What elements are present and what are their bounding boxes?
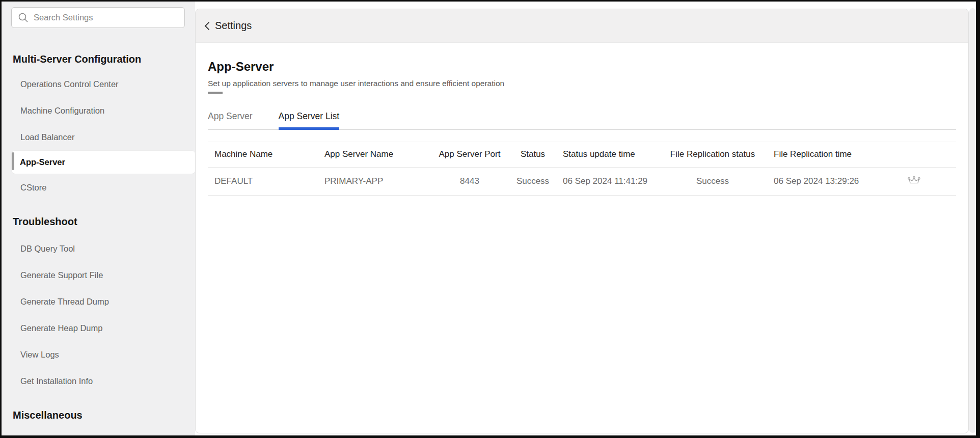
column-header-file-replication-time[interactable]: File Replication time	[767, 142, 872, 167]
tab-app-server-list[interactable]: App Server List	[279, 111, 340, 129]
column-header-status[interactable]: Status	[509, 142, 556, 167]
card-body: App-Server Set up application servers to…	[196, 43, 968, 433]
sidebar-item-label: Operations Control Center	[20, 79, 119, 89]
main-area: Settings App-Server Set up application s…	[195, 2, 976, 435]
sidebar-item-cstore[interactable]: CStore	[2, 174, 195, 201]
back-button-label: Settings	[215, 20, 252, 32]
cell-app-server-name: PRIMARY-APP	[318, 167, 430, 195]
app-window: Multi-Server ConfigurationOperations Con…	[2, 2, 976, 435]
column-header-machine-name[interactable]: Machine Name	[208, 142, 318, 167]
column-header-app-server-port[interactable]: App Server Port	[430, 142, 509, 167]
title-accent-bar	[208, 92, 223, 94]
settings-sidebar: Multi-Server ConfigurationOperations Con…	[2, 2, 195, 435]
column-header-file-replication-status[interactable]: File Replication status	[658, 142, 767, 167]
sidebar-item-label: Generate Thread Dump	[20, 297, 109, 307]
sidebar-sections: Multi-Server ConfigurationOperations Con…	[2, 52, 195, 422]
card-header: Settings	[196, 9, 968, 43]
sidebar-item-generate-support-file[interactable]: Generate Support File	[2, 262, 195, 288]
sidebar-item-label: CStore	[20, 183, 46, 193]
sidebar-item-generate-thread-dump[interactable]: Generate Thread Dump	[2, 288, 195, 315]
tab-bar: App ServerApp Server List	[208, 111, 956, 130]
cell-machine-name: DEFAULT	[208, 167, 318, 195]
app-server-table: Machine NameApp Server NameApp Server Po…	[208, 142, 956, 196]
column-header-status-update-time[interactable]: Status update time	[556, 142, 658, 167]
search-input[interactable]	[34, 13, 178, 22]
cell-status-update-time: 06 Sep 2024 11:41:29	[556, 167, 658, 195]
sidebar-item-label: Generate Support File	[20, 270, 103, 280]
table-header-row: Machine NameApp Server NameApp Server Po…	[208, 142, 956, 167]
search-icon	[18, 12, 29, 23]
page-subtitle: Set up application servers to manage use…	[208, 78, 956, 88]
tab-app-server[interactable]: App Server	[208, 111, 253, 129]
sidebar-item-view-logs[interactable]: View Logs	[2, 341, 195, 368]
settings-card: Settings App-Server Set up application s…	[195, 9, 969, 433]
sidebar-item-label: Get Installation Info	[20, 376, 93, 386]
sidebar-item-load-balancer[interactable]: Load Balancer	[2, 124, 195, 150]
sidebar-section-title-miscellaneous: Miscellaneous	[13, 408, 195, 422]
primary-server-indicator	[907, 176, 921, 187]
sidebar-item-db-query-tool[interactable]: DB Query Tool	[2, 235, 195, 262]
sidebar-item-label: DB Query Tool	[20, 244, 75, 254]
sidebar-item-get-installation-info[interactable]: Get Installation Info	[2, 368, 195, 394]
crown-icon	[907, 176, 921, 184]
sidebar-item-label: Machine Configuration	[20, 106, 104, 116]
sidebar-item-label: View Logs	[20, 350, 59, 360]
sidebar-item-app-server[interactable]: App-Server	[11, 150, 195, 174]
search-box[interactable]	[11, 7, 185, 28]
cell-primary-indicator	[872, 167, 956, 195]
column-header-primary-indicator[interactable]	[872, 142, 956, 167]
cell-app-server-port: 8443	[430, 167, 509, 195]
sidebar-item-generate-heap-dump[interactable]: Generate Heap Dump	[2, 315, 195, 341]
sidebar-section-title-troubleshoot: Troubleshoot	[13, 215, 195, 228]
selected-indicator-bar	[12, 152, 14, 170]
vertical-scrollbar[interactable]	[969, 8, 976, 433]
cell-file-replication-time: 06 Sep 2024 13:29:26	[767, 167, 872, 195]
back-chevron-icon	[204, 21, 210, 31]
cell-file-replication-status: Success	[658, 167, 767, 195]
sidebar-item-operations-control-center[interactable]: Operations Control Center	[2, 71, 195, 97]
cell-status: Success	[509, 167, 556, 195]
table-row: DEFAULTPRIMARY-APP8443Success06 Sep 2024…	[208, 167, 956, 195]
sidebar-item-machine-configuration[interactable]: Machine Configuration	[2, 97, 195, 124]
sidebar-item-label: Generate Heap Dump	[20, 323, 102, 333]
page-title: App-Server	[208, 60, 956, 74]
sidebar-section-title-multi-server-configuration: Multi-Server Configuration	[13, 52, 195, 66]
sidebar-item-label: Load Balancer	[20, 132, 74, 142]
back-button[interactable]: Settings	[204, 20, 252, 32]
column-header-app-server-name[interactable]: App Server Name	[318, 142, 430, 167]
sidebar-item-label: App-Server	[20, 157, 65, 167]
